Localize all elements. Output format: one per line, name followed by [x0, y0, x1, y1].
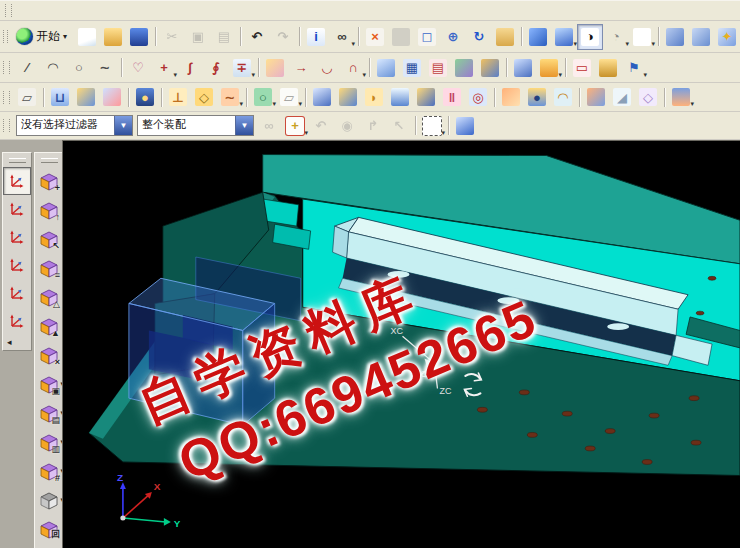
- trim-body-icon[interactable]: [583, 84, 609, 110]
- menu-info[interactable]: [128, 10, 144, 12]
- menu-preferences[interactable]: [160, 10, 176, 12]
- emboss-sheet-icon[interactable]: ∼: [217, 84, 243, 110]
- menu-tools[interactable]: [96, 10, 112, 12]
- marquee-select-icon[interactable]: [419, 113, 445, 139]
- pocket-icon[interactable]: ◗: [361, 84, 387, 110]
- extend-curve-icon[interactable]: →: [288, 55, 314, 81]
- fillet-curve-icon[interactable]: ∩: [340, 55, 366, 81]
- scale-body-icon[interactable]: ●: [524, 84, 550, 110]
- snap-settings-icon[interactable]: ∞: [256, 113, 282, 139]
- electrode-delete-icon[interactable]: ×: [35, 341, 63, 370]
- electrode-copy-icon[interactable]: ▣: [35, 370, 63, 399]
- open-icon[interactable]: [100, 24, 126, 50]
- instance-feature-icon[interactable]: [668, 84, 694, 110]
- save-icon[interactable]: [126, 24, 152, 50]
- undo-icon[interactable]: ↶: [244, 24, 270, 50]
- shaded-mode-icon[interactable]: ◑: [577, 24, 603, 50]
- electrode-pick-icon[interactable]: ↖: [35, 225, 63, 254]
- new-file-icon[interactable]: [74, 24, 100, 50]
- dropdown-arrow-icon[interactable]: ▼: [114, 116, 132, 135]
- boolean-icon[interactable]: ○: [250, 84, 276, 110]
- split-body-icon[interactable]: ◢: [609, 84, 635, 110]
- hole-icon[interactable]: ●: [132, 84, 158, 110]
- deviation-analysis-icon[interactable]: [451, 55, 477, 81]
- thicken-icon[interactable]: ◇: [635, 84, 661, 110]
- zoom-box-icon[interactable]: ◻: [414, 24, 440, 50]
- window-wizard-icon[interactable]: ✦: [714, 24, 740, 50]
- flag-icon[interactable]: ⚑: [621, 55, 647, 81]
- redo-icon[interactable]: ↷: [270, 24, 296, 50]
- thread-icon[interactable]: ‖: [439, 84, 465, 110]
- rotate-view-icon[interactable]: ↻: [466, 24, 492, 50]
- spline-icon[interactable]: ∼: [92, 55, 118, 81]
- render-style-icon[interactable]: ◔: [603, 24, 629, 50]
- snap-up-icon[interactable]: ↱: [360, 113, 386, 139]
- menu-edit[interactable]: [32, 10, 48, 12]
- extrude-icon[interactable]: ⊔: [47, 84, 73, 110]
- electrode-dim-icon[interactable]: #: [35, 457, 63, 486]
- trimmed-sheet-icon[interactable]: [510, 55, 536, 81]
- snap-circle-icon[interactable]: ◉: [334, 113, 360, 139]
- info-icon[interactable]: i: [303, 24, 329, 50]
- electrode-move-icon[interactable]: +: [35, 167, 63, 196]
- electrode-blank-icon[interactable]: [35, 486, 63, 515]
- dome-icon[interactable]: ◠: [550, 84, 576, 110]
- tube-icon[interactable]: ◎: [465, 84, 491, 110]
- menu-insert[interactable]: [64, 10, 80, 12]
- edit-curve-icon[interactable]: ∮: [203, 55, 229, 81]
- window-new-icon[interactable]: [688, 24, 714, 50]
- arc-icon[interactable]: ◠: [40, 55, 66, 81]
- line-icon[interactable]: ∕: [14, 55, 40, 81]
- point-icon[interactable]: +: [151, 55, 177, 81]
- snap-undo-icon[interactable]: ↶: [308, 113, 334, 139]
- csys-dynamic-icon[interactable]: [3, 195, 31, 223]
- dropdown-arrow-icon[interactable]: ▼: [235, 116, 253, 135]
- mesh-surface-icon[interactable]: ▦: [399, 55, 425, 81]
- sketch-icon[interactable]: ▱: [14, 84, 40, 110]
- menu-view[interactable]: [48, 10, 64, 12]
- block-icon[interactable]: [309, 84, 335, 110]
- start-button[interactable]: 开始 ▾: [12, 26, 74, 47]
- electrode-lift-icon[interactable]: ↑: [35, 196, 63, 225]
- electrode-note-icon[interactable]: △: [35, 283, 63, 312]
- assembly-scope-dropdown[interactable]: 整个装配 ▼: [137, 115, 254, 136]
- menu-window[interactable]: [176, 10, 192, 12]
- join-curve-icon[interactable]: [262, 55, 288, 81]
- bridge-curve-icon[interactable]: ◡: [314, 55, 340, 81]
- swept-surface-icon[interactable]: [373, 55, 399, 81]
- offset-surface-icon[interactable]: [536, 55, 562, 81]
- background-icon[interactable]: [629, 24, 655, 50]
- menu-file[interactable]: [16, 10, 32, 12]
- trim-curve-icon[interactable]: ∫: [177, 55, 203, 81]
- sew-surface-icon[interactable]: ▭: [569, 55, 595, 81]
- cut-icon[interactable]: ✂: [159, 24, 185, 50]
- join-body-icon[interactable]: ◇: [191, 84, 217, 110]
- menu-quick-electrode[interactable]: [192, 10, 208, 12]
- csys-origin-icon[interactable]: [3, 279, 31, 307]
- section-surface-icon[interactable]: ▤: [425, 55, 451, 81]
- csys-rotate-icon[interactable]: [3, 251, 31, 279]
- menu-assembly[interactable]: [112, 10, 128, 12]
- snap-back-icon[interactable]: ↖: [386, 113, 412, 139]
- electrode-slots-icon[interactable]: ▥: [35, 428, 63, 457]
- emboss-icon[interactable]: ⊥: [165, 84, 191, 110]
- graphics-viewport[interactable]: XC YC ZC: [62, 140, 740, 548]
- iso-view-icon[interactable]: [551, 24, 577, 50]
- copy-icon[interactable]: ▣: [185, 24, 211, 50]
- datum-plane-icon[interactable]: ▱: [276, 84, 302, 110]
- selection-filter-dropdown[interactable]: 没有选择过滤器 ▼: [16, 115, 133, 136]
- menu-help[interactable]: [208, 10, 224, 12]
- curve-length-icon[interactable]: ∓: [229, 55, 255, 81]
- revolve-icon[interactable]: [73, 84, 99, 110]
- csys-save-icon[interactable]: [3, 307, 31, 335]
- sketch-profile-icon[interactable]: ♡: [125, 55, 151, 81]
- paste-icon[interactable]: ▤: [211, 24, 237, 50]
- repair-surface-icon[interactable]: [595, 55, 621, 81]
- electrode-list-icon[interactable]: ≡: [35, 254, 63, 283]
- studio-surface-icon[interactable]: [477, 55, 503, 81]
- collapse-toolbar-button[interactable]: ◂: [7, 338, 12, 347]
- menu-analysis[interactable]: [144, 10, 160, 12]
- zoom-disabled-icon[interactable]: [388, 24, 414, 50]
- show-hide-icon[interactable]: [452, 113, 478, 139]
- circle-icon[interactable]: ○: [66, 55, 92, 81]
